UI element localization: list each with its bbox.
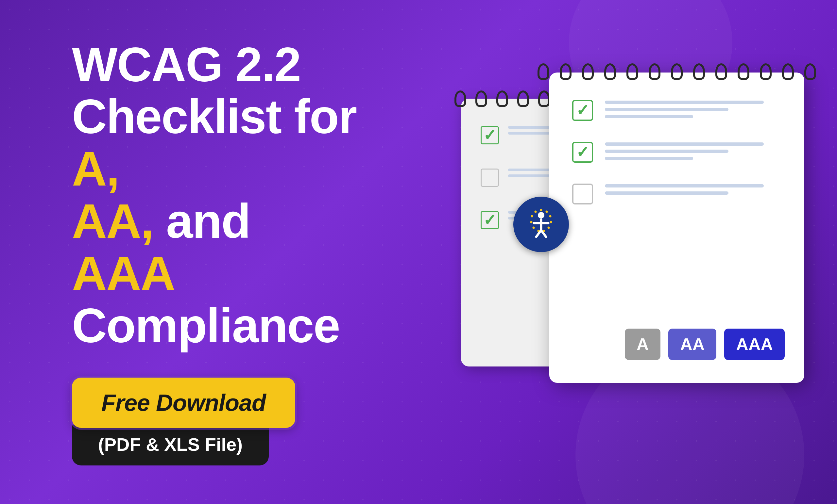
left-content: WCAG 2.2 Checklist for A, AA, and AAA Co… [0,39,360,466]
line [605,100,764,104]
line [605,184,764,187]
spiral-loop [538,91,550,107]
badge-a: A [625,329,661,360]
checklist-item-3 [572,182,781,204]
svg-point-0 [538,212,545,219]
back-checkbox-1: ✓ [481,126,499,144]
svg-point-5 [548,226,550,229]
title-line1: WCAG 2.2 [72,38,301,91]
checkmark-icon: ✓ [483,127,496,143]
spiral-loop [737,63,749,80]
spiral-loop [604,63,616,80]
spiral-loop [455,91,466,107]
free-download-button[interactable]: Free Download [72,378,295,428]
cta-subtitle: (PDF & XLS File) [72,425,269,465]
checkmark-icon: ✓ [483,212,496,228]
back-checkbox-2 [481,169,499,187]
line [605,115,693,118]
right-illustration: ✓ ✓ [461,73,804,432]
checkbox-1: ✓ [572,100,593,121]
svg-point-8 [533,226,535,229]
svg-point-4 [550,221,552,223]
lines-group-1 [605,99,781,118]
line [605,157,693,160]
spiral-loop [626,63,638,80]
title-highlight-aaa: AAA [72,246,175,300]
checklist-item-1: ✓ [572,99,781,121]
main-title: WCAG 2.2 Checklist for A, AA, and AAA Co… [72,39,360,352]
spiral-loop [693,63,705,80]
title-line3: AA, and AAA [72,194,250,300]
spiral-loop [649,63,660,80]
svg-point-2 [546,210,548,213]
checkbox-3 [572,184,593,204]
spiral-loop [560,63,571,80]
checkbox-2: ✓ [572,142,593,163]
title-line4: Compliance [72,299,340,352]
spiral-front [559,61,795,82]
title-line2: Checklist for A, [72,90,356,195]
line [605,150,728,153]
spiral-loop [582,63,594,80]
badge-aaa: AAA [724,329,785,360]
back-checkbox-3: ✓ [481,211,499,229]
spiral-loop [715,63,727,80]
checkmark-2-icon: ✓ [576,144,589,160]
accessibility-icon [525,208,557,241]
notebook-front: ✓ ✓ [549,73,804,383]
line [605,143,764,146]
spiral-loop [496,91,508,107]
checkmark-1-icon: ✓ [576,102,589,118]
title-highlight-aa: AA, [72,194,153,248]
spiral-loop [475,91,487,107]
badge-aa: AA [668,329,716,360]
spiral-loop [782,63,794,80]
line [605,191,728,195]
lines-group-3 [605,182,781,195]
badge-row: A AA AAA [625,329,785,360]
svg-point-1 [540,209,542,211]
svg-point-11 [535,210,537,213]
line [605,108,728,111]
title-line2-plain: Checklist for [72,90,356,143]
cta-container: Free Download (PDF & XLS File) [72,378,360,465]
spiral-loop [671,63,683,80]
title-plain-and: and [153,194,250,248]
title-line2-highlight: A, [72,142,119,195]
svg-point-9 [530,221,533,223]
spiral-loop [517,91,529,107]
svg-point-3 [549,215,552,217]
spiral-loop [760,63,772,80]
checklist-item-2: ✓ [572,141,781,163]
spiral-loop [804,63,816,80]
svg-point-10 [531,215,533,217]
lines-group-2 [605,141,781,160]
spiral-loop [537,63,549,80]
accessibility-badge [513,197,569,252]
banner: WCAG 2.2 Checklist for A, AA, and AAA Co… [0,0,837,504]
